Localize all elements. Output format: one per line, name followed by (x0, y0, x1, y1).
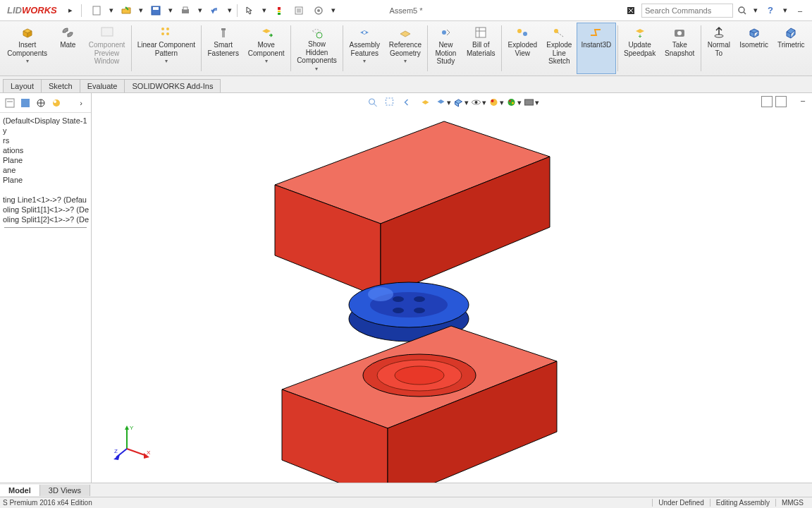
new-motion-study-button[interactable]: New Motion Study (429, 23, 462, 74)
zoom-fit-icon[interactable] (364, 95, 381, 110)
rebuild-button[interactable] (270, 2, 288, 19)
smart-fasteners-button[interactable]: Smart Fasteners (203, 23, 243, 74)
property-manager-tab[interactable] (18, 96, 32, 110)
view-settings-icon[interactable]: ▾ (523, 95, 540, 110)
svg-point-44 (54, 100, 56, 103)
instant3d-button[interactable]: Instant3D (577, 23, 616, 74)
svg-point-59 (393, 296, 404, 302)
svg-point-21 (166, 32, 169, 35)
help-button[interactable]: ? (761, 2, 780, 19)
trimetric-button[interactable]: Trimetric (773, 23, 809, 74)
help-dropdown[interactable]: ▾ (781, 2, 789, 19)
insert-components-button[interactable]: Insert Components▾ (3, 23, 51, 74)
tab-layout[interactable]: Layout (3, 79, 42, 92)
undo-dropdown[interactable]: ▾ (226, 2, 234, 19)
explode-line-sketch-button[interactable]: Explode Line Sketch (542, 23, 577, 74)
new-file-button[interactable] (87, 2, 106, 19)
apply-scene-icon[interactable]: ▾ (505, 95, 522, 110)
svg-point-61 (393, 308, 404, 313)
settings-button[interactable] (309, 2, 328, 19)
svg-line-16 (744, 12, 746, 14)
minimize-button[interactable]: – (791, 2, 809, 19)
edit-appearance-icon[interactable]: ▾ (488, 95, 505, 110)
show-hidden-button[interactable]: Show Hidden Components▾ (293, 23, 341, 74)
svg-point-66 (395, 366, 444, 385)
take-snapshot-button[interactable]: Take Snapshot (660, 23, 699, 74)
model-tab[interactable]: Model (0, 485, 40, 496)
print-button[interactable] (176, 2, 195, 19)
svg-rect-17 (102, 28, 113, 36)
settings-dropdown[interactable]: ▾ (329, 2, 338, 19)
display-manager-tab[interactable] (49, 96, 63, 110)
svg-rect-7 (278, 13, 281, 15)
reference-geometry-button[interactable]: Reference Geometry▾ (384, 23, 426, 74)
tab-evaluate[interactable]: Evaluate (80, 79, 125, 92)
tree-item[interactable]: Plane (0, 175, 91, 185)
linear-pattern-button[interactable]: Linear Component Pattern▾ (133, 23, 199, 74)
motion-study-tabs: Model 3D Views (0, 483, 812, 497)
mate-button[interactable]: Mate (51, 23, 84, 74)
quick-access-toolbar: ▾ ▾ ▾ ▾ ▾ ▾ ▾ (87, 2, 338, 19)
section-view-icon[interactable] (417, 95, 434, 110)
tree-item[interactable]: (Default<Display State-1 (0, 116, 91, 126)
status-units[interactable]: MMGS (775, 499, 809, 507)
graphics-viewport[interactable]: ▾ ▾ ▾ ▾ ▾ ▾ – (92, 93, 812, 484)
side-tabs-expand[interactable]: › (74, 96, 88, 110)
svg-rect-4 (183, 7, 187, 10)
svg-rect-27 (476, 28, 486, 37)
search-commands-input[interactable] (641, 4, 733, 18)
svg-rect-6 (278, 11, 281, 12)
svg-point-30 (517, 29, 522, 33)
options-button[interactable] (290, 2, 308, 19)
print-dropdown[interactable]: ▾ (196, 2, 204, 19)
tree-item[interactable]: ting Line1<1>->? (Defau (0, 195, 91, 205)
open-file-button[interactable] (117, 2, 135, 19)
open-dropdown[interactable]: ▾ (137, 2, 145, 19)
feature-tree-tab[interactable] (3, 96, 17, 110)
select-dropdown[interactable]: ▾ (260, 2, 269, 19)
svg-point-20 (161, 32, 164, 35)
save-button[interactable] (147, 2, 165, 19)
tree-item[interactable]: ane (0, 165, 91, 175)
new-dropdown[interactable]: ▾ (107, 2, 116, 19)
search-button[interactable] (734, 4, 750, 18)
assembly-features-button[interactable]: Assembly Features▾ (345, 23, 384, 74)
command-manager-tabs: Layout Sketch Evaluate SOLIDWORKS Add-In… (0, 76, 812, 93)
tree-item[interactable]: Plane (0, 155, 91, 165)
tree-item[interactable]: ations (0, 145, 91, 155)
logo-dropdown[interactable]: ▸ (61, 2, 80, 19)
svg-point-24 (316, 32, 322, 38)
select-button[interactable] (240, 2, 259, 19)
svg-rect-5 (278, 7, 281, 10)
exploded-view-button[interactable]: Exploded View (503, 23, 542, 74)
normal-to-button[interactable]: Normal To (703, 23, 735, 74)
bom-button[interactable]: Bill of Materials (462, 23, 500, 74)
update-speedpak-button[interactable]: Update Speedpak (620, 23, 660, 74)
undo-button[interactable] (206, 2, 224, 19)
display-style-icon[interactable]: ▾ (453, 95, 469, 110)
svg-line-33 (558, 32, 563, 37)
move-component-button[interactable]: Move Component▾ (243, 23, 288, 74)
svg-point-53 (509, 100, 511, 102)
isometric-button[interactable]: Isometric (735, 23, 773, 74)
svg-line-46 (374, 104, 377, 107)
svg-point-63 (368, 287, 393, 301)
zoom-area-icon[interactable] (382, 95, 399, 110)
svg-point-13 (317, 9, 320, 12)
svg-rect-39 (21, 99, 30, 107)
3d-views-tab[interactable]: 3D Views (40, 485, 90, 496)
view-orientation-icon[interactable]: ▾ (435, 95, 452, 110)
save-dropdown[interactable]: ▾ (166, 2, 175, 19)
tree-item[interactable]: oling Split1[2]<1>->? (De (0, 214, 91, 224)
search-icon-left[interactable] (622, 2, 640, 19)
title-bar: LIDWORKS ▸ ▾ ▾ ▾ ▾ ▾ ▾ ▾ Assem5 * ▾ ? ▾ … (0, 0, 812, 21)
hide-show-icon[interactable]: ▾ (470, 95, 487, 110)
tree-item[interactable]: rs (0, 135, 91, 145)
tree-item[interactable]: y (0, 126, 91, 135)
tree-item[interactable]: oling Split1[1]<1>->? (De (0, 205, 91, 214)
config-manager-tab[interactable] (34, 96, 48, 110)
tab-addins[interactable]: SOLIDWORKS Add-Ins (124, 79, 221, 92)
tab-sketch[interactable]: Sketch (41, 79, 80, 92)
search-dropdown[interactable]: ▾ (751, 2, 760, 19)
previous-view-icon[interactable] (400, 95, 417, 110)
